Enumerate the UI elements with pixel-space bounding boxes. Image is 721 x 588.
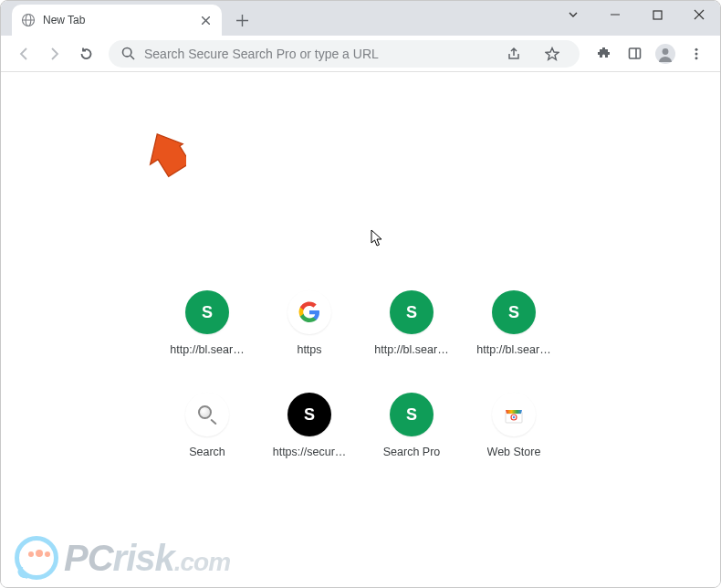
shortcut-icon: S	[390, 290, 434, 334]
close-window-button[interactable]	[678, 1, 720, 28]
shortcut-tile[interactable]: S https://secur…	[258, 380, 360, 482]
webstore-icon	[492, 393, 536, 436]
magnifier-icon	[185, 393, 229, 436]
shortcut-label: https://secur…	[273, 446, 347, 458]
google-icon	[287, 290, 331, 334]
svg-rect-1	[653, 11, 662, 19]
shortcut-label: Search Pro	[383, 446, 441, 458]
tab-title: New Tab	[43, 14, 198, 26]
shortcut-tile[interactable]: Search	[156, 380, 258, 482]
shortcut-label: http://bl.sear…	[476, 343, 550, 356]
svg-point-19	[695, 57, 698, 59]
shortcut-icon: S	[492, 290, 536, 334]
dropdown-button[interactable]	[552, 1, 594, 28]
svg-point-18	[695, 52, 698, 55]
svg-point-17	[695, 47, 698, 50]
shortcut-icon: S	[287, 393, 331, 436]
shortcuts-grid: S http://bl.sear… https S http://bl.sear…	[156, 278, 565, 482]
watermark-text: PCrisk.com	[64, 538, 230, 579]
browser-tab[interactable]: New Tab	[12, 5, 222, 36]
shortcut-label: Search	[189, 446, 225, 458]
omnibox-input[interactable]	[144, 47, 490, 61]
reload-button[interactable]	[72, 40, 99, 68]
shortcut-icon: S	[185, 290, 229, 334]
toolbar	[1, 36, 720, 72]
new-tab-button[interactable]	[229, 7, 255, 33]
globe-icon	[21, 13, 36, 27]
arrow-annotation	[141, 131, 186, 185]
watermark-logo-icon	[15, 536, 58, 580]
share-icon[interactable]	[499, 39, 528, 68]
shortcut-label: http://bl.sear…	[170, 343, 244, 356]
extensions-icon[interactable]	[589, 39, 618, 68]
side-panel-icon[interactable]	[620, 39, 649, 68]
forward-button[interactable]	[41, 40, 68, 68]
shortcut-tile[interactable]: Web Store	[463, 380, 565, 482]
svg-rect-13	[629, 48, 640, 58]
svg-point-11	[123, 48, 131, 57]
svg-point-24	[513, 416, 515, 418]
back-button[interactable]	[10, 40, 37, 68]
search-icon	[121, 47, 135, 60]
maximize-button[interactable]	[636, 1, 678, 28]
shortcut-tile[interactable]: S http://bl.sear…	[463, 278, 565, 380]
shortcut-tile[interactable]: https	[258, 278, 360, 380]
profile-avatar[interactable]	[651, 39, 680, 68]
shortcut-tile[interactable]: S http://bl.sear…	[156, 278, 258, 380]
omnibox[interactable]	[109, 40, 580, 68]
cursor-icon	[371, 229, 383, 251]
svg-line-12	[131, 56, 134, 59]
shortcut-icon: S	[390, 393, 434, 436]
svg-point-16	[663, 48, 669, 55]
window-controls	[552, 1, 720, 28]
tab-close-button[interactable]	[198, 13, 213, 27]
shortcut-tile[interactable]: S http://bl.sear…	[360, 278, 463, 380]
shortcut-label: http://bl.sear…	[374, 343, 448, 356]
shortcut-tile[interactable]: S Search Pro	[360, 380, 463, 482]
minimize-button[interactable]	[594, 1, 636, 28]
watermark: PCrisk.com	[15, 536, 230, 580]
new-tab-content: S http://bl.sear… https S http://bl.sear…	[1, 72, 720, 587]
shortcut-label: https	[297, 343, 321, 356]
shortcut-label: Web Store	[487, 446, 541, 458]
bookmark-star-icon[interactable]	[538, 39, 567, 68]
menu-icon[interactable]	[682, 39, 711, 68]
